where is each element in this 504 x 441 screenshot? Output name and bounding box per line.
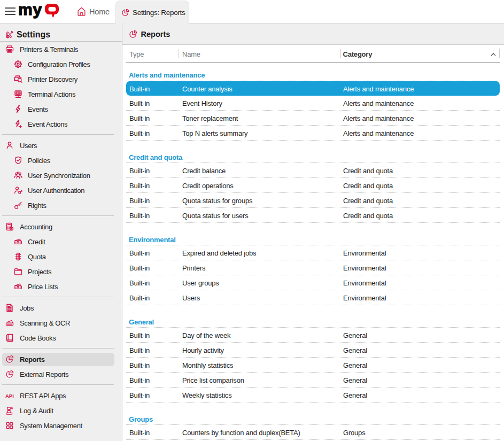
svg-text:my: my	[18, 3, 42, 18]
svg-text:API: API	[5, 393, 14, 399]
